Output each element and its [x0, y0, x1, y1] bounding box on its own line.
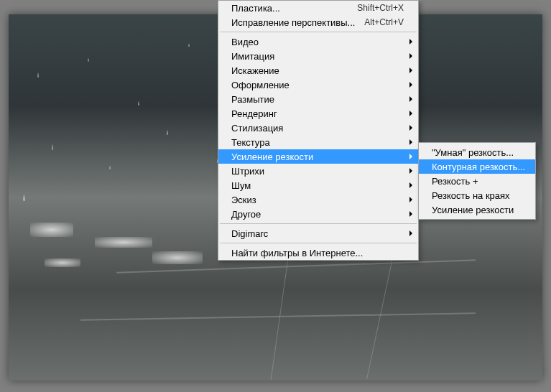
menu-item[interactable]: Видео: [218, 34, 418, 49]
menu-item-label: Видео: [231, 37, 404, 47]
menu-item[interactable]: Пластика...Shift+Ctrl+X: [218, 1, 418, 15]
menu-item[interactable]: Другое: [218, 207, 418, 221]
chevron-right-icon: [409, 39, 412, 45]
menu-item-label: Размытие: [231, 94, 404, 105]
submenu-item[interactable]: Контурная резкость...: [419, 159, 535, 174]
menu-item-label: Стилизация: [231, 123, 404, 134]
menu-item-shortcut: Alt+Ctrl+V: [364, 17, 404, 27]
chevron-right-icon: [409, 154, 412, 159]
menu-separator: [220, 223, 417, 224]
menu-item-label: Текстура: [231, 137, 404, 148]
chevron-right-icon: [409, 125, 412, 131]
menu-item-label: Digimarc: [231, 228, 404, 239]
menu-item[interactable]: Эскиз: [218, 192, 418, 207]
menu-item[interactable]: Digimarc: [218, 226, 418, 241]
submenu-item-label: "Умная" резкость...: [432, 147, 527, 158]
menu-item-label: Найти фильтры в Интернете...: [231, 248, 404, 258]
menu-item-label: Штрихи: [231, 166, 404, 177]
menu-separator: [220, 32, 417, 32]
submenu-item[interactable]: Усиление резкости: [419, 202, 535, 217]
menu-item[interactable]: Усиление резкости: [218, 149, 418, 164]
chevron-right-icon: [409, 67, 412, 73]
chevron-right-icon: [409, 182, 412, 188]
menu-item[interactable]: Текстура: [218, 135, 418, 149]
menu-item[interactable]: Штрихи: [218, 164, 418, 178]
submenu-item[interactable]: "Умная" резкость...: [419, 145, 535, 159]
chevron-right-icon: [409, 96, 412, 102]
menu-item-label: Другое: [231, 209, 404, 220]
chevron-right-icon: [409, 53, 412, 59]
menu-item-shortcut: Shift+Ctrl+X: [357, 3, 404, 13]
menu-item[interactable]: Стилизация: [218, 121, 418, 135]
menu-item[interactable]: Исправление перспективы...Alt+Ctrl+V: [218, 15, 418, 29]
menu-item-label: Имитация: [231, 51, 404, 62]
menu-item[interactable]: Искажение: [218, 63, 418, 78]
menu-item-label: Шум: [231, 180, 404, 191]
menu-item[interactable]: Шум: [218, 178, 418, 192]
menu-item-label: Оформление: [231, 80, 404, 90]
menu-item-label: Эскиз: [231, 195, 404, 205]
chevron-right-icon: [409, 82, 412, 88]
submenu-item-label: Усиление резкости: [432, 205, 527, 215]
submenu-item-label: Контурная резкость...: [432, 162, 527, 172]
menu-item-label: Рендеринг: [231, 108, 404, 119]
menu-item-label: Исправление перспективы...: [231, 17, 364, 28]
chevron-right-icon: [409, 168, 412, 174]
menu-item[interactable]: Размытие: [218, 92, 418, 106]
chevron-right-icon: [409, 111, 412, 116]
submenu-item[interactable]: Резкость на краях: [419, 188, 535, 202]
menu-item-label: Пластика...: [231, 3, 357, 14]
submenu-item-label: Резкость на краях: [432, 190, 527, 201]
submenu-item-label: Резкость +: [432, 176, 527, 187]
menu-item-label: Искажение: [231, 65, 404, 76]
filter-menu: Пластика...Shift+Ctrl+XИсправление персп…: [218, 0, 419, 261]
menu-item-label: Усиление резкости: [231, 151, 404, 162]
chevron-right-icon: [409, 197, 412, 202]
submenu-item[interactable]: Резкость +: [419, 174, 535, 188]
menu-item[interactable]: Рендеринг: [218, 106, 418, 121]
chevron-right-icon: [409, 230, 412, 236]
sharpen-submenu: "Умная" резкость...Контурная резкость...…: [418, 142, 536, 220]
menu-item[interactable]: Имитация: [218, 49, 418, 63]
menu-separator: [220, 243, 417, 243]
menu-item[interactable]: Оформление: [218, 78, 418, 92]
menu-item[interactable]: Найти фильтры в Интернете...: [218, 246, 418, 260]
chevron-right-icon: [409, 211, 412, 217]
chevron-right-icon: [409, 139, 412, 145]
